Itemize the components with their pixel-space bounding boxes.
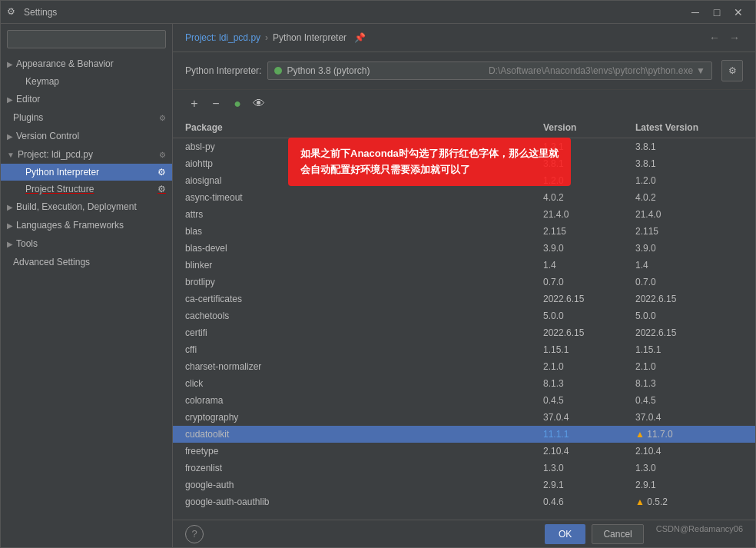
sidebar-item-tools[interactable]: ▶Tools: [1, 234, 172, 253]
project-icon: ⚙: [159, 151, 166, 159]
col-version: Version: [543, 121, 635, 135]
table-row[interactable]: async-timeout4.0.24.0.2: [173, 189, 755, 206]
window-controls: ─ □ ✕: [685, 2, 749, 23]
interpreter-path: D:\Asoftware\Anaconda3\envs\pytorch\pyth…: [489, 65, 693, 76]
search-input[interactable]: [7, 30, 166, 48]
table-row[interactable]: certifi2022.6.152022.6.15: [173, 324, 755, 341]
table-row[interactable]: absl-py1.2.13.8.1: [173, 138, 755, 155]
interpreter-label: Python Interpreter:: [185, 65, 261, 76]
table-header: Package Version Latest Version: [173, 118, 755, 138]
interpreter-icon: ⚙: [158, 167, 166, 178]
sidebar-item-version-control[interactable]: ▶Version Control: [1, 127, 172, 145]
remove-package-button[interactable]: −: [207, 95, 225, 113]
breadcrumb-sep: ›: [265, 32, 268, 43]
table-row[interactable]: charset-normalizer2.1.02.1.0: [173, 358, 755, 375]
interpreter-row: Python Interpreter: Python 3.8 (pytorch)…: [173, 52, 755, 90]
interpreter-select[interactable]: Python 3.8 (pytorch) D:\Asoftware\Anacon…: [267, 61, 712, 80]
maximize-button[interactable]: □: [706, 2, 728, 23]
sidebar-item-advanced[interactable]: Advanced Settings: [1, 253, 172, 271]
close-button[interactable]: ✕: [728, 2, 749, 23]
sidebar-item-project-structure[interactable]: Project Structure ⚙: [1, 181, 172, 198]
sidebar-item-project[interactable]: ▼Project: ldi_pcd.py ⚙: [1, 145, 172, 164]
nav-arrows: ← →: [706, 32, 743, 44]
bottom-right: OK Cancel CSDN@Redamancy06: [545, 524, 743, 544]
main-content: ▶Appearance & Behavior Keymap ▶Editor Pl…: [1, 24, 755, 547]
sidebar-item-keymap[interactable]: Keymap: [1, 73, 172, 90]
table-body: absl-py1.2.13.8.1aiohttp3.8.13.8.1aiosig…: [173, 138, 755, 520]
table-row[interactable]: blas-devel3.9.03.9.0: [173, 240, 755, 257]
interpreter-status-dot: [274, 67, 282, 75]
breadcrumb-current: Python Interpreter: [273, 32, 346, 43]
table-row[interactable]: brotlipy0.7.00.7.0: [173, 274, 755, 291]
table-row[interactable]: google-auth-oauthlib0.4.6▲ 0.5.2: [173, 493, 755, 510]
table-row[interactable]: colorama0.4.50.4.5: [173, 392, 755, 409]
col-package: Package: [185, 121, 543, 135]
table-row[interactable]: blinker1.41.4: [173, 257, 755, 274]
sidebar: ▶Appearance & Behavior Keymap ▶Editor Pl…: [1, 24, 173, 547]
add-package-button[interactable]: +: [185, 95, 204, 113]
table-row[interactable]: google-auth2.9.12.9.1: [173, 477, 755, 493]
sidebar-item-plugins[interactable]: Plugins ⚙: [1, 108, 172, 127]
forward-button[interactable]: →: [726, 32, 743, 44]
help-button[interactable]: ?: [185, 525, 204, 543]
pin-icon[interactable]: 📌: [354, 32, 366, 43]
sidebar-item-python-interpreter[interactable]: Python Interpreter ⚙: [1, 164, 172, 181]
interpreter-gear-button[interactable]: ⚙: [721, 60, 743, 81]
sidebar-item-languages[interactable]: ▶Languages & Frameworks: [1, 216, 172, 234]
table-row[interactable]: aiosignal1.2.01.2.0: [173, 172, 755, 189]
plugins-icon: ⚙: [159, 114, 166, 122]
sidebar-item-editor[interactable]: ▶Editor: [1, 90, 172, 108]
eye-button[interactable]: 👁: [250, 95, 268, 113]
packages-toolbar: + − ● 👁: [173, 90, 755, 118]
col-latest: Latest Version: [635, 121, 743, 135]
table-row[interactable]: ca-certificates2022.6.152022.6.15: [173, 291, 755, 307]
sidebar-item-build[interactable]: ▶Build, Execution, Deployment: [1, 198, 172, 216]
breadcrumb-project[interactable]: Project: ldi_pcd.py: [185, 32, 260, 43]
app-icon: ⚙: [7, 6, 19, 18]
breadcrumb: Project: ldi_pcd.py › Python Interpreter…: [173, 24, 755, 52]
table-row[interactable]: cryptography37.0.437.0.4: [173, 409, 755, 426]
minimize-button[interactable]: ─: [685, 2, 706, 23]
watermark: CSDN@Redamancy06: [656, 524, 743, 544]
interpreter-name: Python 3.8 (pytorch): [287, 65, 486, 76]
sidebar-item-appearance[interactable]: ▶Appearance & Behavior: [1, 55, 172, 73]
table-row[interactable]: aiohttp3.8.13.8.1: [173, 155, 755, 172]
table-row[interactable]: attrs21.4.021.4.0: [173, 206, 755, 223]
table-row[interactable]: freetype2.10.42.10.4: [173, 443, 755, 460]
table-row[interactable]: cachetools5.0.05.0.0: [173, 307, 755, 324]
window-title: Settings: [24, 7, 685, 18]
table-row[interactable]: frozenlist1.3.01.3.0: [173, 460, 755, 477]
table-row[interactable]: click8.1.38.1.3: [173, 375, 755, 392]
title-bar: ⚙ Settings ─ □ ✕: [1, 1, 755, 24]
table-row[interactable]: cudatoolkit11.1.1▲ 11.7.0: [173, 426, 755, 443]
structure-icon: ⚙: [158, 184, 166, 194]
packages-table: Package Version Latest Version absl-py1.…: [173, 118, 755, 520]
cancel-button[interactable]: Cancel: [592, 524, 643, 544]
right-panel-wrap: Project: ldi_pcd.py › Python Interpreter…: [173, 24, 755, 547]
settings-window: ⚙ Settings ─ □ ✕ ▶Appearance & Behavior …: [0, 0, 756, 548]
chevron-down-icon: ▼: [696, 65, 705, 76]
right-panel: Project: ldi_pcd.py › Python Interpreter…: [173, 24, 755, 520]
search-box: [1, 24, 172, 55]
ok-button[interactable]: OK: [545, 524, 585, 544]
table-row[interactable]: cffi1.15.11.15.1: [173, 341, 755, 358]
bottom-bar: ? OK Cancel CSDN@Redamancy06: [173, 520, 755, 547]
back-button[interactable]: ←: [706, 32, 723, 44]
status-button[interactable]: ●: [228, 95, 247, 113]
table-row[interactable]: blas2.1152.115: [173, 223, 755, 240]
